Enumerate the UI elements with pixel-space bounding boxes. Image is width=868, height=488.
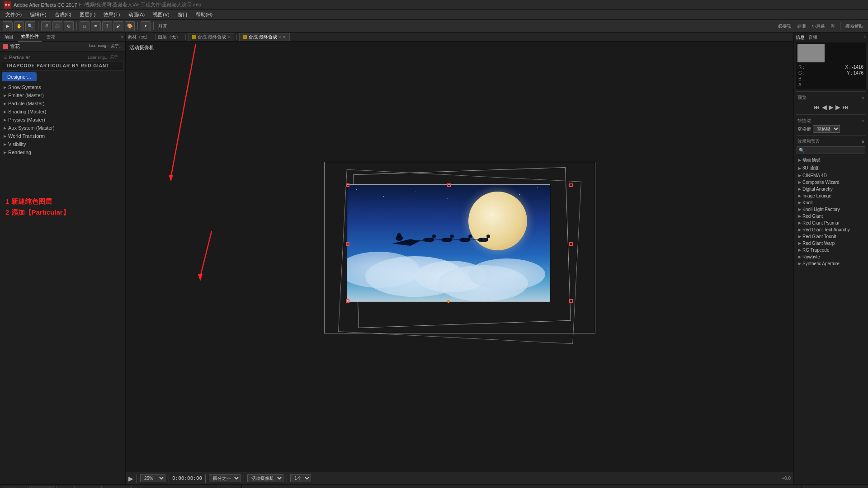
- prev-play[interactable]: ▶: [829, 103, 834, 111]
- info-menu[interactable]: ≡: [864, 34, 866, 41]
- tab-effect-controls[interactable]: 效果控件: [18, 33, 42, 42]
- prev-last[interactable]: ⏭: [842, 103, 849, 111]
- effects-cat-klf[interactable]: ▶ Knoll Light Factory: [797, 206, 865, 213]
- effects-cat-c4d[interactable]: ▶ CINEMA 4D: [797, 172, 865, 179]
- effects-cat-knoll[interactable]: ▶ Knoll: [797, 199, 865, 206]
- prev-back[interactable]: ◀: [822, 103, 827, 111]
- effects-menu[interactable]: ≡: [862, 139, 864, 144]
- licensing-link[interactable]: Licensing...: [88, 55, 108, 60]
- tl-tab-santa[interactable]: 圣诞老人: [74, 486, 100, 488]
- shortcuts-menu[interactable]: ≡: [862, 118, 864, 123]
- effects-cat-rg[interactable]: ▶ Red Giant: [797, 213, 865, 220]
- quality-select[interactable]: 四分之一 二分之一 完整: [209, 474, 241, 482]
- handle-tc[interactable]: [447, 183, 451, 187]
- plugin-checkbox[interactable]: ☑: [4, 55, 7, 60]
- effects-cat-rowbyte[interactable]: ▶ Rowbyte: [797, 253, 865, 260]
- handle-br[interactable]: [569, 299, 573, 303]
- info-tab-info[interactable]: 信息: [796, 34, 805, 41]
- pan-tool[interactable]: ⊕: [64, 21, 74, 31]
- handle-tr[interactable]: [569, 183, 573, 187]
- effect-row-show-systems[interactable]: ▶ Show Systems: [2, 83, 123, 91]
- effects-cat-anim[interactable]: ▶ 动画预设: [797, 156, 865, 164]
- effects-search-input[interactable]: [797, 146, 865, 154]
- workspace-essential[interactable]: 必要项: [776, 23, 793, 29]
- cat-rg-label: Red Giant: [802, 214, 823, 219]
- comp-tab-menu[interactable]: ≡: [283, 34, 286, 39]
- hand-tool[interactable]: ✋: [14, 21, 24, 31]
- designer-button[interactable]: Designer...: [2, 72, 37, 81]
- viewer-area[interactable]: 活动摄像机: [126, 42, 793, 472]
- views-select[interactable]: 1个 2个: [290, 474, 311, 482]
- shortcut-select[interactable]: 空格键: [813, 125, 840, 133]
- panel-menu[interactable]: ≡: [121, 35, 123, 39]
- menu-window[interactable]: 窗口: [174, 10, 191, 19]
- effect-row-physics[interactable]: ▶ Physics (Master): [2, 116, 123, 124]
- tab-project[interactable]: 项目: [2, 33, 16, 41]
- workspace-small[interactable]: 小屏幕: [810, 23, 827, 29]
- zoom-tool[interactable]: 🔍: [25, 21, 35, 31]
- text-tool[interactable]: T: [102, 21, 112, 31]
- play-btn[interactable]: ▶: [128, 475, 133, 482]
- effects-cat-image[interactable]: ▶ Image Lounge: [797, 192, 865, 199]
- effects-cat-rgwarp[interactable]: ▶ Red Giant Warp: [797, 240, 865, 247]
- menu-comp[interactable]: 合成(C): [51, 10, 75, 19]
- menu-effect[interactable]: 效果(T): [100, 10, 123, 19]
- menu-anim[interactable]: 动画(A): [125, 10, 149, 19]
- info-tab-audio[interactable]: 音频: [808, 34, 817, 41]
- effect-row-particle[interactable]: ▶ Particle (Master): [2, 99, 123, 108]
- effects-cat-3d[interactable]: ▶ 3D 通道: [797, 164, 865, 172]
- effects-cat-rgtrap[interactable]: ▶ RG Trapcode: [797, 247, 865, 253]
- effect-row-emitter[interactable]: ▶ Emitter (Master): [2, 91, 123, 99]
- effects-cat-rgtoon[interactable]: ▶ Red Giant ToonIt: [797, 233, 865, 240]
- licensing-btn[interactable]: Licensing...: [89, 43, 110, 49]
- brush-tool[interactable]: 🖌: [113, 21, 123, 31]
- menu-layer[interactable]: 图层(L): [76, 10, 99, 19]
- menu-file[interactable]: 文件(F): [2, 10, 25, 19]
- about-btn[interactable]: 关于...: [111, 43, 123, 49]
- comp-tab-2-close[interactable]: ×: [279, 35, 281, 39]
- timeline-right[interactable]: 01s 02s 03s 04s: [242, 485, 801, 488]
- prev-fwd[interactable]: ▶: [835, 103, 840, 111]
- handle-tl[interactable]: [346, 183, 349, 187]
- effects-cat-rgp[interactable]: ▶ Red Giant Psumai: [797, 220, 865, 226]
- tl-tab-main[interactable]: 最终合成: [29, 486, 55, 488]
- comp-tab-1[interactable]: 合成 最终合成 ×: [188, 33, 234, 41]
- comp-tab-1-close[interactable]: ×: [228, 35, 230, 39]
- tl-tab-moon[interactable]: 月亮: [56, 486, 73, 488]
- effects-cat-synth[interactable]: ▶ Synthetic Aperture: [797, 260, 865, 267]
- pen-tool[interactable]: ✒: [91, 21, 101, 31]
- camera-tool[interactable]: 🎥: [52, 21, 62, 31]
- effects-cat-digital[interactable]: ▶ Digital Anarchy: [797, 186, 865, 192]
- effect-row-visibility[interactable]: ▶ Visibility: [2, 140, 123, 148]
- effect-row-rendering[interactable]: ▶ Rendering: [2, 148, 123, 156]
- handle-mr[interactable]: [569, 242, 573, 246]
- handle-ml[interactable]: [346, 242, 349, 246]
- effect-row-world-transform[interactable]: ▶ World Transform: [2, 132, 123, 140]
- workspace-library[interactable]: 库: [829, 23, 837, 29]
- preview-menu[interactable]: ≡: [862, 95, 864, 100]
- workspace-standard[interactable]: 标准: [795, 23, 808, 29]
- rotate-tool[interactable]: ↺: [41, 21, 51, 31]
- camera-select[interactable]: 活动摄像机: [247, 474, 283, 482]
- plugin-tab[interactable]: Particular: [9, 55, 30, 60]
- menu-view[interactable]: 视图(V): [149, 10, 173, 19]
- tl-tab-santa-in[interactable]: 圣诞老人里: [101, 486, 132, 488]
- effect-row-aux[interactable]: ▶ Aux System (Master): [2, 124, 123, 132]
- comp-tab-2[interactable]: 合成 最终合成 × ≡: [239, 33, 290, 41]
- menu-edit[interactable]: 编辑(E): [26, 10, 50, 19]
- menu-help[interactable]: 帮助(H): [192, 10, 216, 19]
- rect-tool[interactable]: □: [80, 21, 90, 31]
- effects-cat-composite[interactable]: ▶ Composite Wizard: [797, 179, 865, 186]
- effects-cat-rgt[interactable]: ▶ Red Giant Text Anarchy: [797, 226, 865, 233]
- prev-first[interactable]: ⏮: [814, 103, 820, 111]
- paint-tool[interactable]: 🎨: [125, 21, 135, 31]
- tl-tab-render[interactable]: 渲染列队: [2, 486, 28, 488]
- search-help[interactable]: 搜索帮助: [844, 23, 865, 29]
- handle-bc[interactable]: [447, 300, 450, 303]
- puppet-tool[interactable]: ✦: [141, 21, 151, 31]
- about-link[interactable]: 关于...: [110, 54, 122, 60]
- effect-row-shading[interactable]: ▶ Shading (Master): [2, 108, 123, 116]
- handle-bl[interactable]: [346, 299, 349, 303]
- select-tool[interactable]: ▶: [3, 21, 13, 31]
- zoom-select[interactable]: 25% 50% 100%: [140, 474, 165, 482]
